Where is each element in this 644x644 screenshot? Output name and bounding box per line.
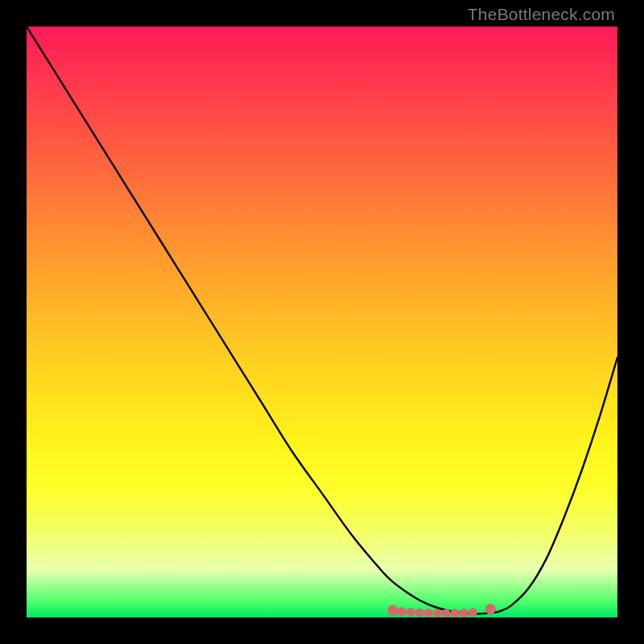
trough-marker	[460, 609, 469, 617]
bottleneck-curve	[27, 27, 617, 614]
trough-marker	[433, 609, 442, 617]
trough-marker	[398, 607, 407, 616]
trough-marker	[442, 609, 451, 617]
plot-area	[27, 27, 617, 617]
trough-marker	[387, 605, 398, 615]
trough-marker	[451, 609, 460, 617]
trough-marker	[485, 604, 495, 614]
watermark-text: TheBottleneck.com	[468, 5, 615, 24]
trough-marker	[469, 608, 477, 617]
trough-marker	[407, 608, 415, 617]
trough-marker	[424, 609, 433, 617]
chart-frame: TheBottleneck.com	[0, 0, 644, 644]
curve-layer	[27, 27, 617, 617]
trough-marker	[415, 609, 424, 617]
